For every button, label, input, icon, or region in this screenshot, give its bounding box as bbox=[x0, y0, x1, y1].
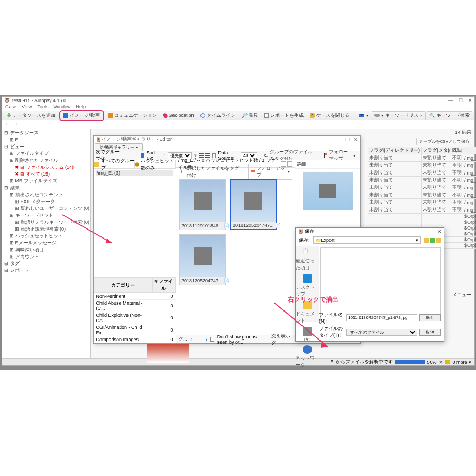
table-row[interactable]: 未割り当て未割り当て不明/img_E:/$OrphanFiles/MobileO bbox=[368, 206, 477, 214]
menu-tools[interactable]: Tools bbox=[37, 104, 48, 111]
generate-report-button[interactable]: レポートを生成 bbox=[262, 111, 306, 120]
table-row[interactable]: 未割り当て未割り当て不明/img_E:/$OrphanFiles/Cache/ bbox=[368, 177, 477, 184]
cancel-button[interactable]: 取消 bbox=[419, 329, 441, 336]
category-row[interactable]: Non-Pertinent0 bbox=[94, 293, 176, 300]
table-row[interactable]: $OrphanFiles/autopsy bbox=[368, 214, 477, 219]
geolocation-button[interactable]: Geolocation bbox=[161, 112, 197, 119]
warn-icon bbox=[445, 360, 450, 364]
table-row[interactable]: $OrphanFiles/autopsy bbox=[368, 219, 477, 225]
filetype-select[interactable]: すべてのファイル bbox=[346, 329, 417, 336]
preview-image bbox=[303, 172, 353, 210]
tree-node[interactable]: ⊞ 単語リテラルキーワード検索 (0) bbox=[4, 219, 88, 226]
tree-node[interactable]: ⊞ 興味深い項目 bbox=[4, 246, 88, 253]
tree-node[interactable]: ⊞ EXIFメタデータ bbox=[4, 198, 88, 205]
table-row[interactable]: 未割り当て未割り当て不明/img_E:/$OrphanFiles/MobileO bbox=[368, 184, 477, 191]
thumbnail[interactable]: 20181129101846...📄 bbox=[179, 179, 226, 230]
tree-node[interactable]: ⊟ タグ bbox=[4, 260, 88, 267]
save-sidebar-item[interactable]: PC bbox=[303, 327, 312, 342]
table-row[interactable]: 未割り当て未割り当て不明/img_E:/$OrphanFiles/MobileO bbox=[368, 191, 477, 199]
tree-node[interactable]: ⊞ 削除されたファイル bbox=[4, 157, 88, 164]
maximize-button[interactable]: ☐ bbox=[459, 98, 463, 103]
forward-button[interactable]: → bbox=[13, 121, 18, 126]
tree-node[interactable]: ⊞ 単語正規表現検索 (0) bbox=[4, 226, 88, 233]
discovery-button[interactable]: 🔎発見 bbox=[239, 111, 261, 120]
save-sidebar-item[interactable]: デスクトップ bbox=[296, 274, 319, 298]
category-row[interactable]: CGI/Animation - Child Ex...0 bbox=[94, 324, 176, 336]
menu-case[interactable]: Case bbox=[5, 104, 16, 111]
gallery-left-tabs[interactable]: すべてのグループ ⬢ハッシュヒット数のみ bbox=[94, 160, 176, 169]
gallery-min-button[interactable]: — bbox=[336, 137, 341, 142]
tree-node[interactable]: ⊟ レポート bbox=[4, 267, 88, 274]
tree-node[interactable]: ⊟ データソース bbox=[4, 130, 88, 136]
timeline-button[interactable]: タイムライン bbox=[198, 111, 238, 120]
gallery-close-button[interactable]: ✕ bbox=[354, 137, 358, 142]
filename-label: ファイル名(N): bbox=[319, 312, 344, 324]
category-row[interactable]: Child Abuse Material - (C...0 bbox=[94, 300, 176, 312]
table-row[interactable]: 未割り当て未割り当て不明/img_E:/$OrphanFiles/MobileO bbox=[368, 199, 477, 206]
window-title: test0915 - Autopsy 4.16.0 bbox=[12, 98, 66, 103]
tree-node[interactable]: ⊞ ハッシュセットヒット bbox=[4, 233, 88, 240]
save-sidebar-item[interactable]: 📋最近使った項目 bbox=[296, 248, 319, 271]
keyword-search-button[interactable]: 🔍 キーワード検索 bbox=[427, 111, 472, 120]
close-button[interactable]: ✕ bbox=[468, 98, 472, 103]
tree-node[interactable]: ⊞ MB ファイルサイズ bbox=[4, 178, 88, 185]
menu-view[interactable]: View bbox=[22, 104, 32, 111]
tree-node[interactable]: ⊟ ビュー bbox=[4, 143, 88, 150]
table-row[interactable]: 未割り当て未割り当て不明/img_E:/$OrphanFiles/Cache/ bbox=[368, 169, 477, 177]
col-header[interactable]: 既知 bbox=[451, 147, 463, 154]
save-file-list[interactable] bbox=[320, 247, 441, 321]
close-case-icon bbox=[310, 113, 315, 118]
gallery-max-button[interactable]: ☐ bbox=[345, 137, 350, 142]
col-header[interactable]: フラグ(ディレクトリー) bbox=[368, 147, 422, 154]
next-group-button[interactable]: 次を表示グ... bbox=[271, 333, 292, 346]
col-header[interactable]: 場所 bbox=[463, 147, 477, 154]
minimize-button[interactable]: — bbox=[448, 98, 453, 103]
thumbnail-grid[interactable]: 20181129101846...📄20181205204747...📄2018… bbox=[176, 176, 295, 335]
tree-node[interactable]: ⊞ すべて (15) bbox=[4, 171, 88, 178]
tree-panel[interactable]: ⊟ データソース⊞ E:⊟ ビュー⊞ ファイルタイプ⊞ 削除されたファイル⊞ フ… bbox=[2, 129, 91, 358]
save-sidebar[interactable]: 📋最近使った項目デスクトップドキュメントPCネットワーク bbox=[296, 246, 319, 322]
prev-button[interactable]: ⟵ bbox=[190, 337, 197, 342]
tab-all-groups[interactable]: すべてのグループ bbox=[94, 160, 135, 168]
category-row[interactable]: Child Exploitive (Non-CA...0 bbox=[94, 312, 176, 324]
tree-node[interactable]: ⊞ ファイルシステム (14) bbox=[4, 164, 88, 171]
save-dialog-close[interactable]: ✕ bbox=[437, 229, 442, 234]
tree-node[interactable]: ⊞ ファイルタイプ bbox=[4, 150, 88, 157]
save-button[interactable]: 保存 bbox=[419, 314, 441, 321]
save-sidebar-item[interactable]: ドキュメント bbox=[296, 301, 319, 324]
hide-seen-checkbox[interactable] bbox=[210, 337, 214, 342]
tree-node[interactable]: ⊟ 結果 bbox=[4, 185, 88, 191]
keyword-list-button[interactable]: ▾ キーワードリスト bbox=[372, 111, 426, 120]
tab-hash-only[interactable]: ⬢ハッシュヒット数のみ bbox=[135, 160, 176, 168]
tree-node[interactable]: ⊞ 疑わしいユーザーコンテンツ (0) bbox=[4, 205, 88, 212]
category-row[interactable]: Comparison Images0 bbox=[94, 336, 176, 343]
tree-node[interactable]: ⊞ アカウント bbox=[4, 253, 88, 260]
next-button[interactable]: ⟶ bbox=[200, 337, 207, 342]
save-sidebar-item[interactable]: ネットワーク bbox=[296, 345, 319, 369]
add-datasource-button[interactable]: データソースを追加 bbox=[4, 111, 58, 120]
thumbnail[interactable]: 20181205204747...📄 bbox=[230, 179, 277, 230]
more-indicator[interactable]: 0 more ▾ bbox=[452, 360, 471, 365]
table-row[interactable]: 未割り当て未割り当て不明/img_E:/1/381129101846_p1.ht… bbox=[368, 154, 477, 162]
thumb-image bbox=[180, 180, 225, 222]
save-csv-button[interactable]: テーブルをCSVとして保存 bbox=[416, 138, 472, 145]
save-toolbar-icons[interactable] bbox=[424, 238, 441, 243]
app-icon: 🦉 bbox=[4, 98, 10, 103]
tree-node[interactable]: ⊞ キーワードセット bbox=[4, 212, 88, 219]
gallery-group-tree[interactable]: /img_E: (3) bbox=[94, 169, 176, 177]
filename-input[interactable] bbox=[346, 314, 417, 321]
tree-node[interactable]: ⊞ 抽出されたコンテンツ bbox=[4, 191, 88, 198]
thumbnail[interactable]: 20181205204747...📄 bbox=[179, 234, 226, 285]
communication-button[interactable]: コミュニケーション bbox=[105, 111, 160, 120]
save-location-select[interactable]: 📁 Export▾ bbox=[313, 236, 421, 244]
tree-node[interactable]: ⊞ Eメールメッセージ bbox=[4, 240, 88, 246]
mail-indicator[interactable]: ▾ bbox=[356, 112, 371, 119]
table-row[interactable]: 未割り当て未割り当て不明/img_E:/1/381209204747_p1.ht… bbox=[368, 162, 477, 169]
col-header[interactable]: フラグ(メタ) bbox=[422, 147, 451, 154]
tree-node[interactable]: ⊞ E: bbox=[4, 136, 88, 143]
image-gallery-button[interactable]: イメージ/動画 bbox=[61, 111, 103, 120]
close-case-button[interactable]: ケースを閉じる bbox=[307, 111, 352, 120]
back-button[interactable]: ← bbox=[5, 121, 10, 126]
thumb-image bbox=[180, 235, 225, 277]
group-item[interactable]: /img_E: (3) bbox=[96, 170, 173, 176]
